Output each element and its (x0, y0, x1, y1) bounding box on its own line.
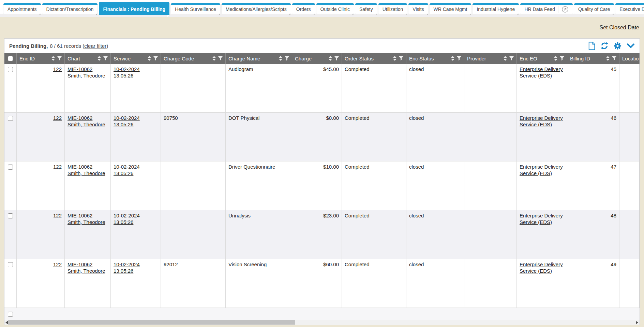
service-date-link[interactable]: 10-02-2024 (114, 261, 158, 268)
footer-checkbox[interactable] (8, 312, 13, 317)
service-time-link[interactable]: 13:05:26 (114, 268, 158, 274)
chart-id-link[interactable]: MIE-10062 (68, 261, 108, 268)
chart-name-link[interactable]: Smith, Theodore (68, 170, 108, 177)
tab-quality-of-care[interactable]: Quality of Care (574, 3, 614, 14)
service-date-link[interactable]: 10-02-2024 (114, 66, 158, 73)
chart-id-link[interactable]: MIE-10062 (68, 213, 108, 219)
tab-financials-pending-billing[interactable]: Financials : Pending Billing (99, 2, 169, 15)
tab-wr-case-mgmt[interactable]: WR Case Mgmt (430, 3, 471, 14)
tab-orders[interactable]: Orders (292, 3, 315, 14)
column-header-provider[interactable]: Provider (464, 53, 517, 64)
chevron-down-icon[interactable] (627, 43, 635, 48)
scroll-right-arrow-icon[interactable] (636, 321, 638, 324)
filter-icon[interactable] (399, 56, 403, 61)
column-header-location[interactable]: Location (619, 53, 640, 64)
sort-icon[interactable] (554, 56, 557, 61)
service-date-link[interactable]: 10-02-2024 (114, 164, 158, 170)
row-checkbox[interactable] (8, 165, 13, 170)
tab-visits[interactable]: Visits (408, 3, 428, 14)
sort-icon[interactable] (393, 56, 396, 61)
enc-eo-link[interactable]: Enterprise Delivery (520, 213, 564, 219)
chart-name-link[interactable]: Smith, Theodore (68, 268, 108, 274)
service-time-link[interactable]: 13:05:26 (114, 73, 158, 79)
enc-eo-link[interactable]: Service (EDS) (520, 268, 564, 274)
tab-health-surveillance[interactable]: Health Surveillance (171, 3, 220, 14)
scroll-left-arrow-icon[interactable] (5, 321, 8, 324)
enc-id-link[interactable]: 122 (53, 115, 62, 121)
gear-icon[interactable] (614, 42, 621, 50)
clear-filter-link[interactable]: clear filter (84, 43, 106, 49)
filter-icon[interactable] (509, 56, 514, 61)
tab-appointments[interactable]: Appointments (3, 3, 41, 14)
horizontal-scrollbar[interactable] (4, 320, 640, 325)
select-all-checkbox[interactable] (8, 56, 13, 61)
service-time-link[interactable]: 13:05:26 (114, 219, 158, 226)
column-header-enc-id[interactable]: Enc ID (17, 53, 65, 64)
column-header-order-status[interactable]: Order Status (342, 53, 406, 64)
sort-icon[interactable] (606, 56, 610, 61)
enc-id-link[interactable]: 122 (53, 164, 62, 170)
tab-hr-data-feed[interactable]: HR Data Feed (520, 3, 572, 14)
scrollbar-thumb[interactable] (8, 320, 295, 325)
sort-icon[interactable] (504, 56, 507, 61)
new-document-icon[interactable] (588, 42, 595, 50)
service-time-link[interactable]: 13:05:26 (114, 122, 158, 128)
chart-id-link[interactable]: MIE-10062 (68, 66, 108, 73)
chart-name-link[interactable]: Smith, Theodore (68, 73, 108, 79)
enc-eo-link[interactable]: Enterprise Delivery (520, 261, 564, 268)
sort-icon[interactable] (98, 56, 101, 61)
enc-eo-link[interactable]: Enterprise Delivery (520, 115, 564, 122)
enc-id-link[interactable]: 122 (53, 213, 62, 218)
filter-icon[interactable] (612, 56, 616, 61)
column-header-enc-eo[interactable]: Enc EO (517, 53, 567, 64)
enc-eo-link[interactable]: Service (EDS) (520, 73, 564, 79)
tab-outside-clinic[interactable]: Outside Clinic (316, 3, 354, 14)
row-checkbox[interactable] (8, 67, 13, 72)
enc-eo-link[interactable]: Service (EDS) (520, 122, 564, 128)
filter-icon[interactable] (334, 56, 339, 61)
service-date-link[interactable]: 10-02-2024 (114, 115, 158, 122)
filter-icon[interactable] (285, 56, 289, 61)
column-header-charge-code[interactable]: Charge Code (161, 53, 226, 64)
filter-icon[interactable] (560, 56, 564, 61)
column-header-billing-id[interactable]: Billing ID (567, 53, 619, 64)
sort-icon[interactable] (279, 56, 282, 61)
sort-icon[interactable] (451, 56, 454, 61)
enc-id-link[interactable]: 122 (53, 66, 62, 72)
tab-dictation-transcription[interactable]: Dictation/Transcription (42, 3, 98, 14)
enc-eo-link[interactable]: Enterprise Delivery (520, 164, 564, 170)
chart-id-link[interactable]: MIE-10062 (68, 164, 108, 170)
filter-icon[interactable] (153, 56, 158, 61)
column-header-service[interactable]: Service (111, 53, 161, 64)
set-closed-date-link[interactable]: Set Closed Date (599, 25, 639, 31)
chart-name-link[interactable]: Smith, Theodore (68, 122, 108, 128)
row-checkbox[interactable] (8, 213, 13, 218)
sort-icon[interactable] (329, 56, 332, 61)
filter-icon[interactable] (57, 56, 62, 61)
column-header-charge-name[interactable]: Charge Name (226, 53, 292, 64)
enc-id-link[interactable]: 122 (53, 261, 62, 267)
refresh-icon[interactable] (600, 42, 609, 50)
tab-safety[interactable]: Safety (355, 3, 377, 14)
column-header-enc-status[interactable]: Enc Status (406, 53, 464, 64)
service-date-link[interactable]: 10-02-2024 (114, 213, 158, 219)
column-header-chart[interactable]: Chart (65, 53, 111, 64)
enc-eo-link[interactable]: Service (EDS) (520, 170, 564, 177)
enc-eo-link[interactable]: Service (EDS) (520, 219, 564, 226)
chart-id-link[interactable]: MIE-10062 (68, 115, 108, 122)
service-time-link[interactable]: 13:05:26 (114, 170, 158, 177)
row-checkbox[interactable] (8, 262, 13, 267)
filter-icon[interactable] (457, 56, 461, 61)
tab-industrial-hygiene[interactable]: Industrial Hygiene (473, 3, 519, 14)
row-checkbox[interactable] (8, 116, 13, 121)
sort-icon[interactable] (148, 56, 151, 61)
tab-utilization[interactable]: Utilization (378, 3, 407, 14)
sort-icon[interactable] (51, 56, 55, 61)
chart-name-link[interactable]: Smith, Theodore (68, 219, 108, 226)
filter-icon[interactable] (218, 56, 223, 61)
sort-icon[interactable] (212, 56, 216, 61)
tab-medications-allergies-scripts[interactable]: Medications/Allergies/Scripts (222, 3, 291, 14)
tab-executive-das[interactable]: Executive Das (615, 3, 644, 14)
enc-eo-link[interactable]: Enterprise Delivery (520, 66, 564, 73)
column-header-charge[interactable]: Charge (292, 53, 342, 64)
